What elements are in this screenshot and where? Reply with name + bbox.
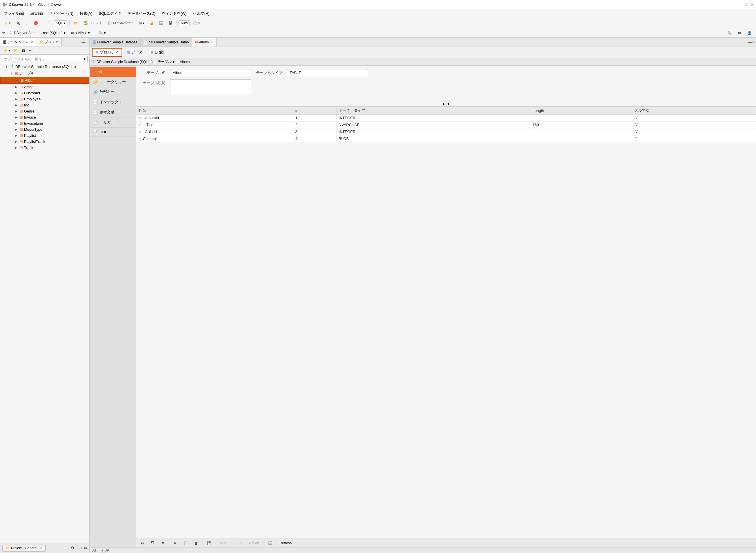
format-btn[interactable]: ⊞ ▾: [137, 20, 146, 26]
search-input[interactable]: [4, 57, 84, 61]
menu-database[interactable]: データベース(D): [125, 10, 158, 17]
sync-btn[interactable]: ⇔: [27, 48, 33, 54]
playlisttrack-toggle[interactable]: ▶: [15, 140, 19, 143]
minimize-panel-btn[interactable]: —: [82, 40, 85, 44]
tree-table-playlist[interactable]: ▶ ⊞ Playlist: [0, 133, 89, 139]
table-row[interactable]: ABC Title 2 NVARCHAR 160 [v]: [136, 122, 756, 129]
sidebar-ddl[interactable]: 📝 DDL: [90, 128, 136, 137]
cols-settings-btn[interactable]: ⚙: [138, 540, 147, 546]
tree-table-foo[interactable]: ▶ ⊞ foo: [0, 102, 89, 108]
sidebar-foreign-keys[interactable]: 🔗 外部キー: [90, 87, 136, 97]
customize-btn[interactable]: ⚙: [159, 540, 167, 546]
sidebar-triggers[interactable]: 📑 トリガー: [90, 117, 136, 128]
settings-btn[interactable]: ⊟: [20, 48, 26, 54]
project-sync-btn[interactable]: ⇔: [84, 546, 87, 550]
playlist-toggle[interactable]: ▶: [15, 134, 19, 137]
menu-help[interactable]: ヘルプ(H): [190, 10, 212, 17]
project-settings-btn[interactable]: ⚙: [71, 546, 74, 550]
connect-btn[interactable]: 🔌: [14, 20, 22, 26]
collapse-btn[interactable]: 📂: [12, 48, 20, 54]
editor-minimize-btn[interactable]: —: [748, 40, 752, 44]
table-name-input[interactable]: [170, 69, 251, 76]
grid-btn[interactable]: ⊞: [736, 30, 743, 36]
project-tab[interactable]: 📁 Project - General ✕: [2, 545, 46, 552]
tree-table-genre[interactable]: ▶ ⊞ Genre: [0, 108, 89, 114]
scroll-down-btn[interactable]: ▼: [447, 101, 450, 106]
sidebar-refs[interactable]: 📑 参考文献: [90, 107, 136, 117]
project-tab-close[interactable]: ✕: [40, 546, 43, 550]
employee-toggle[interactable]: ▶: [15, 97, 19, 101]
editor-maximize-btn[interactable]: □: [753, 40, 755, 44]
copy-btn[interactable]: 📋: [181, 540, 191, 546]
maximize-panel-btn[interactable]: □: [86, 40, 88, 44]
search-box[interactable]: ▾: [2, 56, 88, 62]
table-row[interactable]: ⊞ Column1 4 BLOB [ ]: [136, 135, 756, 142]
window-controls[interactable]: — □ ✕: [738, 3, 754, 7]
open-editor-btn[interactable]: 📂: [72, 20, 80, 26]
minimize-btn[interactable]: —: [738, 3, 742, 7]
tree-table-employee[interactable]: ▶ ⊞ Employee: [0, 96, 89, 102]
invoice-toggle[interactable]: ▶: [15, 116, 19, 119]
foo-toggle[interactable]: ▶: [15, 103, 19, 107]
obj-tab-er[interactable]: ⊞ ER図: [147, 48, 167, 57]
artist-toggle[interactable]: ▶: [15, 85, 19, 88]
save-icon-btn[interactable]: 💾: [205, 540, 214, 546]
avatar-btn[interactable]: 👤: [745, 30, 754, 36]
obj-tab-data[interactable]: ⊞ データ: [123, 48, 146, 57]
tab-database[interactable]: 🗄 データベース ✕: [0, 38, 36, 46]
tree-table-playlisttrack[interactable]: ▶ ⊞ PlaylistTrack: [0, 139, 89, 145]
commit-btn[interactable]: ✅ コミット: [81, 20, 104, 26]
refresh-label-btn[interactable]: Refresh: [277, 540, 294, 546]
edit-btn[interactable]: ✏: [171, 540, 179, 546]
disconnect-btn[interactable]: ⬡: [23, 20, 30, 26]
tab-project[interactable]: 📁 プロジェ: [36, 38, 62, 46]
table-folder-toggle[interactable]: ▾: [10, 72, 14, 75]
revert-label-btn[interactable]: Revert: [246, 540, 262, 546]
rollback-btn[interactable]: 📋 ロールバック: [105, 20, 136, 26]
tree-root[interactable]: ▾ 🗄 DBeaver Sample Database (SQLite): [0, 64, 89, 70]
new-script-btn[interactable]: 📄: [44, 20, 53, 26]
save-label-btn[interactable]: Save ...: [216, 540, 233, 546]
maximize-btn[interactable]: □: [745, 3, 747, 7]
album-toggle[interactable]: ▶: [16, 79, 20, 82]
global-search-btn[interactable]: 🔍: [725, 30, 734, 36]
lock-btn[interactable]: 🔒: [148, 20, 156, 26]
refresh-icon-btn[interactable]: 🔄: [266, 540, 275, 546]
obj-tab-properties[interactable]: ⊞ プロパティ: [92, 48, 122, 57]
revert-icon-btn[interactable]: ↩: [237, 540, 245, 546]
tree-table-customer[interactable]: ▶ ⊞ Customer: [0, 90, 89, 96]
search-objects-btn[interactable]: 🔍 ▾: [96, 30, 107, 36]
menu-window[interactable]: ウィンドウ(W): [159, 10, 190, 17]
project-add-btn[interactable]: +: [80, 546, 83, 550]
menu-sqleditor[interactable]: SQLエディタ: [96, 10, 124, 17]
filter-icon[interactable]: ▾: [84, 57, 86, 61]
sidebar-unique-keys[interactable]: 🔑 ユニークなキー: [90, 77, 136, 87]
scroll-up-btn[interactable]: ▲: [442, 101, 446, 106]
close-btn[interactable]: ✕: [751, 3, 754, 7]
table-row[interactable]: 123 AlbumId 1 INTEGER [v]: [136, 114, 756, 122]
invoiceline-toggle[interactable]: ▶: [15, 122, 19, 125]
menu-edit[interactable]: 編集(E): [27, 10, 46, 17]
tree-table-invoiceline[interactable]: ▶ ⊞ InvoiceLine: [0, 120, 89, 127]
table-type-input[interactable]: [287, 69, 368, 76]
tree-table-mediatype[interactable]: ▶ ⊞ MediaType: [0, 127, 89, 133]
connection-selector[interactable]: 🗄 DBeaver Sampl ... ase (SQLite) ▾: [7, 30, 67, 36]
auto-dropdown[interactable]: Auto: [178, 20, 190, 26]
sidebar-cols[interactable]: ⊞ 列: [90, 67, 136, 77]
tab-db-sample[interactable]: 🗄 DBeaver Sample Databas: [90, 37, 141, 47]
tree-table-artist[interactable]: ▶ ⊞ Artist: [0, 84, 89, 90]
filter-btn[interactable]: ⛉: [148, 540, 157, 546]
refresh-btn[interactable]: 🔄: [157, 20, 165, 26]
mediatype-toggle[interactable]: ▶: [15, 128, 19, 131]
new-object-btn[interactable]: ⚡ ▾: [2, 48, 12, 54]
genre-toggle[interactable]: ▶: [15, 109, 19, 113]
tab-db-sample2[interactable]: 📄 *<DBeaver Sample Datab: [141, 37, 192, 47]
sidebar-indexes[interactable]: 📑 インデックス: [90, 97, 136, 107]
table-row[interactable]: 123 ArtistId 3 INTEGER [v]: [136, 129, 756, 135]
tree-table-folder[interactable]: ▾ ⊞ テーブル: [0, 70, 89, 77]
menu-file[interactable]: ファイル(E): [1, 10, 27, 17]
album-tab-close[interactable]: ✕: [211, 41, 214, 44]
delete-btn[interactable]: 🗑: [192, 540, 201, 546]
tree-table-album[interactable]: ▶ ⊞ Album: [0, 77, 89, 84]
project-sep-btn[interactable]: —: [76, 546, 79, 550]
